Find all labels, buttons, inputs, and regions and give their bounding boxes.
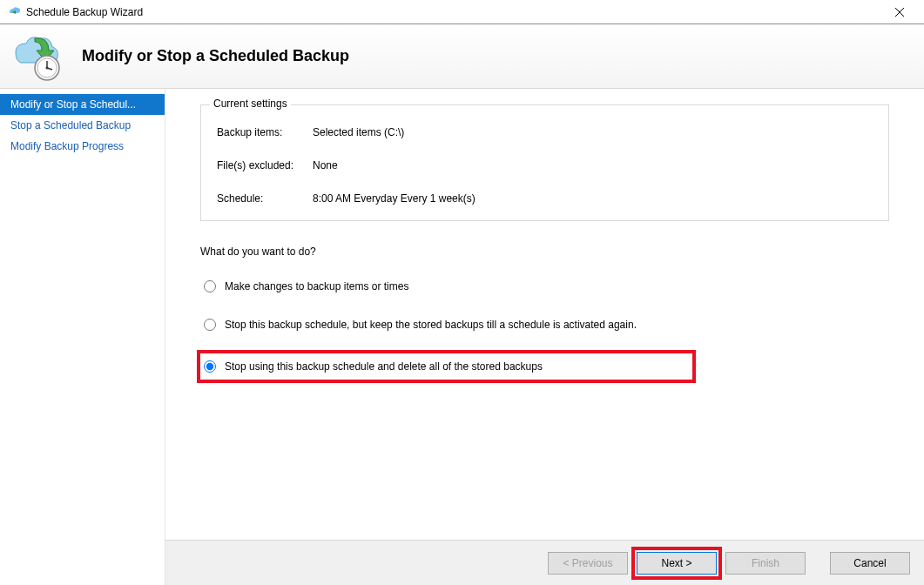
close-button[interactable] [882,2,917,23]
backup-clock-icon [10,31,61,82]
wizard-steps-sidebar: Modify or Stop a Schedul... Stop a Sched… [0,89,165,585]
sidebar-item-label: Stop a Scheduled Backup [10,119,131,131]
sidebar-item-modify-stop[interactable]: Modify or Stop a Schedul... [0,94,165,115]
wizard-button-bar: < Previous Next > Finish Cancel [165,540,924,585]
radio-stop-delete[interactable] [204,360,216,373]
option-make-changes[interactable]: Make changes to backup items or times [200,277,889,296]
action-prompt: What do you want to do? [200,245,889,258]
option-label: Stop using this backup schedule and dele… [225,360,543,373]
backup-items-value: Selected items (C:\) [313,126,873,138]
wizard-header: Modify or Stop a Scheduled Backup [0,24,924,89]
titlebar: Schedule Backup Wizard [0,0,924,24]
finish-button: Finish [725,552,806,575]
sidebar-item-label: Modify Backup Progress [10,140,124,152]
backup-items-label: Backup items: [217,126,313,138]
schedule-value: 8:00 AM Everyday Every 1 week(s) [313,192,873,205]
action-options: Make changes to backup items or times St… [200,277,889,380]
window-title: Schedule Backup Wizard [26,6,143,18]
svg-point-6 [46,66,49,69]
option-label: Make changes to backup items or times [225,280,408,292]
next-button-highlight: Next > [635,550,718,576]
schedule-label: Schedule: [217,192,313,205]
page-title: Modify or Stop a Scheduled Backup [82,47,349,65]
previous-button: < Previous [548,552,628,575]
cancel-button[interactable]: Cancel [830,552,910,575]
sidebar-item-modify-progress[interactable]: Modify Backup Progress [0,136,165,157]
files-excluded-value: None [313,159,873,171]
next-button[interactable]: Next > [637,552,717,575]
option-stop-keep[interactable]: Stop this backup schedule, but keep the … [200,315,889,334]
option-label: Stop this backup schedule, but keep the … [225,319,637,331]
sidebar-item-stop-scheduled[interactable]: Stop a Scheduled Backup [0,115,165,136]
files-excluded-label: File(s) excluded: [217,159,313,171]
sidebar-item-label: Modify or Stop a Schedul... [10,98,136,111]
app-icon [7,5,21,19]
settings-legend: Current settings [210,98,291,110]
radio-make-changes[interactable] [204,280,216,292]
main-content: Current settings Backup items: Selected … [165,89,924,540]
option-stop-delete[interactable]: Stop using this backup schedule and dele… [200,353,692,380]
current-settings-group: Current settings Backup items: Selected … [200,104,889,221]
radio-stop-keep[interactable] [204,319,216,331]
